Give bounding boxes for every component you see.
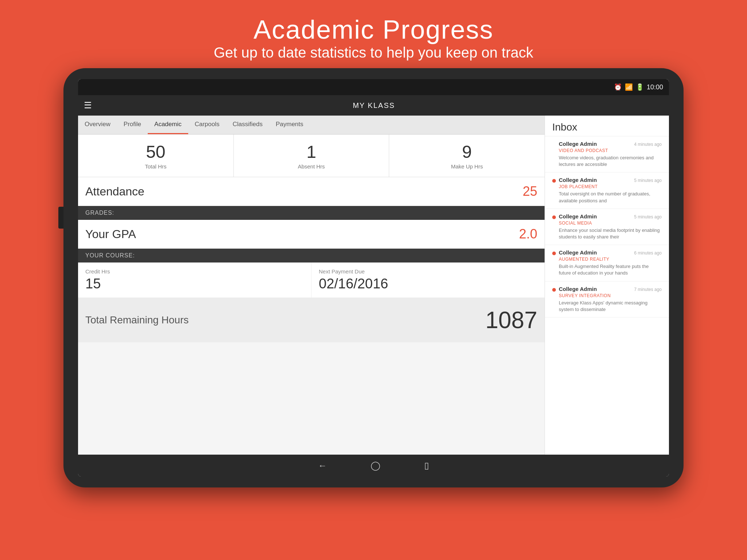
left-panel: Overview Profile Academic Carpools Class…: [78, 116, 545, 455]
inbox-preview: Total oversight on the number of graduat…: [559, 191, 662, 204]
inbox-item[interactable]: College Admin 5 minutes ago JOB PLACEMEN…: [545, 172, 669, 209]
unread-indicator: [552, 179, 556, 183]
absent-hrs-stat: 1 Absent Hrs: [234, 135, 390, 177]
inbox-preview: Built-in Augmented Reality feature puts …: [559, 263, 662, 276]
credit-hrs-value: 15: [85, 276, 101, 291]
credit-hrs-label: Credit Hrs: [85, 268, 304, 275]
total-hrs-stat: 50 Total Hrs: [78, 135, 234, 177]
absent-hrs-value: 1: [237, 142, 386, 162]
grades-bar-label: GRADES:: [85, 210, 114, 216]
inbox-time: 6 minutes ago: [634, 250, 662, 256]
tab-payments[interactable]: Payments: [269, 116, 310, 134]
inbox-time: 7 minutes ago: [634, 287, 662, 292]
tablet-frame: ⏰ 📶 🔋 10:00 ☰ MY KLASS Overview Profile …: [63, 68, 684, 487]
inbox-item-header: College Admin 5 minutes ago: [559, 177, 662, 183]
makeup-hrs-label: Make Up Hrs: [393, 163, 541, 170]
course-row: Credit Hrs 15 Next Payment Due 02/16/201…: [78, 262, 545, 298]
stats-row: 50 Total Hrs 1 Absent Hrs 9 Make Up Hrs: [78, 135, 545, 177]
inbox-subject: SOCIAL MEDIA: [559, 221, 662, 226]
inbox-panel: Inbox College Admin 4 minutes ago VIDEO …: [545, 116, 669, 455]
inbox-item[interactable]: College Admin 5 minutes ago SOCIAL MEDIA…: [545, 209, 669, 245]
inbox-subject: JOB PLACEMENT: [559, 184, 662, 189]
battery-icon: 🔋: [636, 83, 644, 91]
inbox-sender: College Admin: [559, 286, 597, 292]
inbox-time: 5 minutes ago: [634, 178, 662, 183]
inbox-item-content: College Admin 4 minutes ago VIDEO AND PO…: [559, 141, 662, 168]
inbox-item-content: College Admin 6 minutes ago AUGMENTED RE…: [559, 249, 662, 276]
nav-tabs: Overview Profile Academic Carpools Class…: [78, 116, 545, 135]
page-header: Academic Progress Get up to date statist…: [214, 0, 533, 68]
inbox-item-header: College Admin 6 minutes ago: [559, 249, 662, 256]
total-hrs-value: 50: [82, 142, 230, 162]
status-bar: ⏰ 📶 🔋 10:00: [78, 79, 669, 95]
back-button[interactable]: ←: [318, 460, 327, 471]
bottom-nav: ← ◯ ▯: [78, 455, 669, 477]
unread-indicator: [552, 252, 556, 255]
page-subtitle: Get up to date statistics to help you ke…: [214, 44, 533, 61]
inbox-item[interactable]: College Admin 7 minutes ago SURVEY INTEG…: [545, 281, 669, 318]
course-bar-label: YOUR COURSE:: [85, 252, 135, 258]
inbox-item-header: College Admin 4 minutes ago: [559, 141, 662, 147]
tab-carpools[interactable]: Carpools: [188, 116, 226, 134]
tablet-screen: ⏰ 📶 🔋 10:00 ☰ MY KLASS Overview Profile …: [78, 79, 669, 477]
inbox-sender: College Admin: [559, 249, 597, 256]
next-payment-item: Next Payment Due 02/16/2016: [311, 262, 545, 298]
inbox-item-content: College Admin 5 minutes ago SOCIAL MEDIA…: [559, 213, 662, 240]
attendance-label: Attendance: [85, 185, 144, 198]
total-hrs-label: Total Hrs: [82, 163, 230, 170]
home-button[interactable]: ◯: [371, 460, 380, 471]
next-payment-value: 02/16/2016: [319, 276, 388, 291]
inbox-preview: Leverage Klass Apps' dynamic messaging s…: [559, 300, 662, 313]
content-area: Overview Profile Academic Carpools Class…: [78, 116, 669, 455]
total-remaining-row: Total Remaining Hours 1087: [78, 298, 545, 342]
attendance-value: 25: [523, 184, 537, 199]
inbox-item-content: College Admin 7 minutes ago SURVEY INTEG…: [559, 286, 662, 313]
unread-indicator: [552, 215, 556, 219]
inbox-preview: Enhance your social media footprint by e…: [559, 227, 662, 240]
inbox-sender: College Admin: [559, 213, 597, 219]
inbox-item-header: College Admin 7 minutes ago: [559, 286, 662, 292]
tab-profile[interactable]: Profile: [117, 116, 148, 134]
page-title: Academic Progress: [214, 15, 533, 44]
course-bar: YOUR COURSE:: [78, 249, 545, 262]
alarm-icon: ⏰: [614, 83, 622, 91]
gpa-row: Your GPA 2.0: [78, 220, 545, 249]
inbox-time: 5 minutes ago: [634, 214, 662, 219]
gpa-label: Your GPA: [85, 228, 136, 241]
inbox-title: Inbox: [545, 116, 669, 136]
attendance-row: Attendance 25: [78, 177, 545, 206]
inbox-item[interactable]: College Admin 4 minutes ago VIDEO AND PO…: [545, 136, 669, 172]
absent-hrs-label: Absent Hrs: [237, 163, 386, 170]
inbox-item-header: College Admin 5 minutes ago: [559, 213, 662, 219]
hamburger-menu-icon[interactable]: ☰: [84, 100, 92, 110]
inbox-sender: College Admin: [559, 177, 597, 183]
inbox-list[interactable]: College Admin 4 minutes ago VIDEO AND PO…: [545, 136, 669, 455]
inbox-item-content: College Admin 5 minutes ago JOB PLACEMEN…: [559, 177, 662, 204]
unread-indicator: [552, 288, 556, 292]
inbox-subject: SURVEY INTEGRATION: [559, 293, 662, 298]
time-display: 10:00: [647, 83, 663, 91]
makeup-hrs-value: 9: [393, 142, 541, 162]
inbox-sender: College Admin: [559, 141, 597, 147]
inbox-preview: Welcome videos, graduation ceremonies an…: [559, 155, 662, 168]
status-icons: ⏰ 📶 🔋 10:00: [614, 83, 663, 91]
total-remaining-value: 1087: [485, 307, 537, 334]
next-payment-label: Next Payment Due: [319, 268, 537, 275]
tab-overview[interactable]: Overview: [78, 116, 117, 134]
recents-button[interactable]: ▯: [424, 460, 429, 471]
app-bar-title: MY KLASS: [99, 101, 649, 110]
credit-hrs-item: Credit Hrs 15: [78, 262, 311, 298]
read-spacer: [552, 141, 556, 168]
tab-academic[interactable]: Academic: [148, 116, 188, 134]
inbox-item[interactable]: College Admin 6 minutes ago AUGMENTED RE…: [545, 245, 669, 281]
tab-classifieds[interactable]: Classifieds: [226, 116, 269, 134]
total-remaining-label: Total Remaining Hours: [85, 314, 189, 326]
inbox-subject: AUGMENTED REALITY: [559, 257, 662, 262]
gpa-value: 2.0: [519, 226, 537, 242]
inbox-time: 4 minutes ago: [634, 142, 662, 147]
inbox-subject: VIDEO AND PODCAST: [559, 148, 662, 153]
grades-bar: GRADES:: [78, 206, 545, 220]
app-bar: ☰ MY KLASS: [78, 95, 669, 116]
wifi-icon: 📶: [625, 83, 633, 91]
makeup-hrs-stat: 9 Make Up Hrs: [389, 135, 545, 177]
